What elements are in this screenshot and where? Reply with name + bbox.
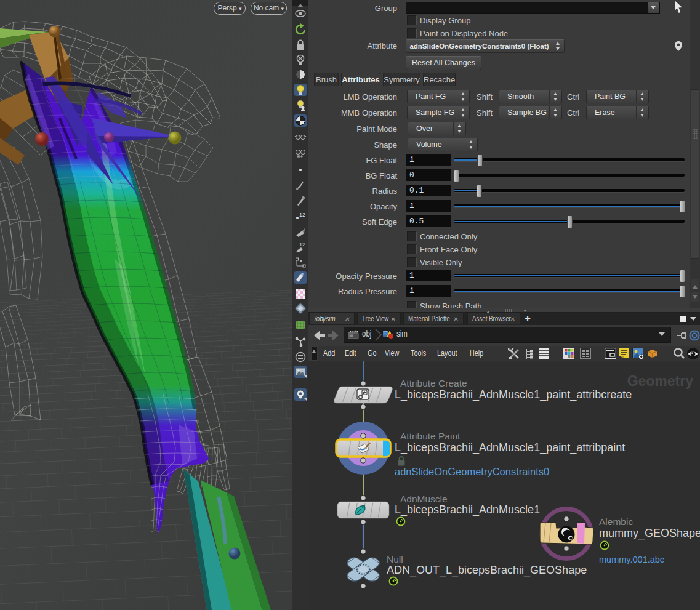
svg-text:mummy_GEOShape: mummy_GEOShape <box>599 527 700 540</box>
svg-text:adnSlideOnGeometryConstraints0: adnSlideOnGeometryConstraints0 <box>395 466 549 477</box>
svg-text:L_bicepsBrachii_AdnMuscle1_pai: L_bicepsBrachii_AdnMuscle1_paint_attribc… <box>395 388 632 401</box>
svg-text:L_bicepsBrachii_AdnMuscle1: L_bicepsBrachii_AdnMuscle1 <box>395 504 540 516</box>
svg-text:L_bicepsBrachii_AdnMuscle1_pai: L_bicepsBrachii_AdnMuscle1_paint_attribp… <box>395 441 625 454</box>
svg-text:Null: Null <box>387 554 403 564</box>
svg-text:Alembic: Alembic <box>599 516 633 527</box>
svg-text:mummy.001.abc: mummy.001.abc <box>599 555 664 564</box>
svg-text:12: 12 <box>299 241 305 247</box>
svg-text:Attribute Paint: Attribute Paint <box>400 431 461 441</box>
svg-text:AdnMuscle: AdnMuscle <box>400 494 448 504</box>
svg-text:ADN_OUT_L_bicepsBrachii_GEOSha: ADN_OUT_L_bicepsBrachii_GEOShape <box>387 564 587 577</box>
svg-text:12: 12 <box>299 212 305 218</box>
svg-text:Attribute Create: Attribute Create <box>400 378 467 388</box>
svg-text:Geometry: Geometry <box>627 373 694 389</box>
